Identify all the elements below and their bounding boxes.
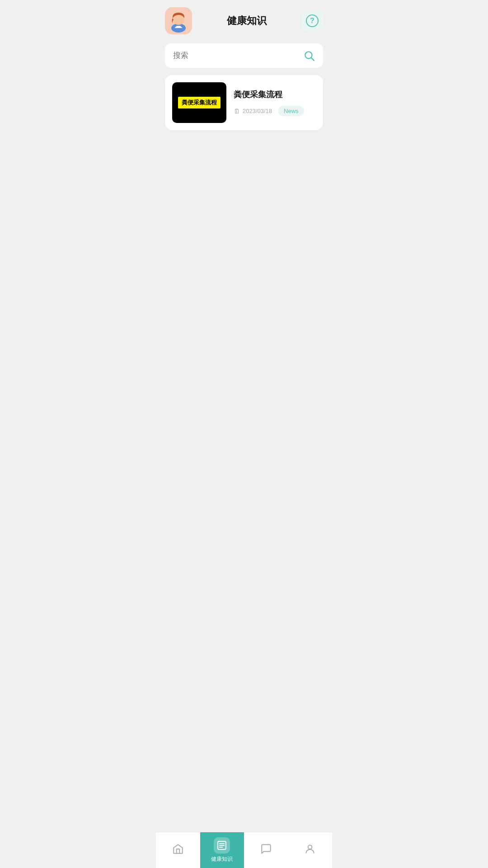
page-title: 健康知识 — [192, 14, 301, 28]
help-button[interactable]: ? — [301, 10, 323, 32]
article-info: 粪便采集流程 🗓 2023/03/18 News — [234, 89, 316, 116]
nav-label-health-knowledge: 健康知识 — [211, 855, 233, 863]
help-icon: ? — [306, 14, 319, 27]
bottom-nav: 健康知识 — [156, 832, 332, 868]
nav-item-profile[interactable] — [288, 832, 333, 868]
search-bar — [156, 40, 332, 75]
thumb-label: 粪便采集流程 — [178, 97, 221, 108]
article-thumbnail: 粪便采集流程 — [172, 82, 226, 123]
article-meta: 🗓 2023/03/18 News — [234, 106, 316, 116]
article-date: 🗓 2023/03/18 — [234, 108, 272, 115]
article-card[interactable]: 粪便采集流程 粪便采集流程 🗓 2023/03/18 News — [165, 75, 323, 130]
search-button[interactable] — [303, 50, 315, 61]
nav-item-home[interactable] — [156, 832, 200, 868]
search-input[interactable] — [173, 51, 299, 60]
health-knowledge-icon — [214, 837, 230, 854]
app-header: 健康知识 ? — [156, 0, 332, 40]
articles-list: 粪便采集流程 粪便采集流程 🗓 2023/03/18 News — [156, 75, 332, 130]
nav-item-health-knowledge[interactable]: 健康知识 — [200, 832, 244, 868]
search-icon — [303, 50, 315, 61]
article-title: 粪便采集流程 — [234, 89, 316, 100]
svg-line-3 — [311, 58, 314, 61]
nav-item-messages[interactable] — [244, 832, 288, 868]
calendar-icon: 🗓 — [234, 108, 240, 115]
avatar[interactable] — [165, 7, 192, 34]
profile-icon — [304, 843, 316, 858]
svg-point-5 — [308, 845, 312, 849]
news-badge: News — [278, 106, 304, 116]
messages-icon — [260, 843, 272, 858]
home-icon — [172, 843, 184, 858]
